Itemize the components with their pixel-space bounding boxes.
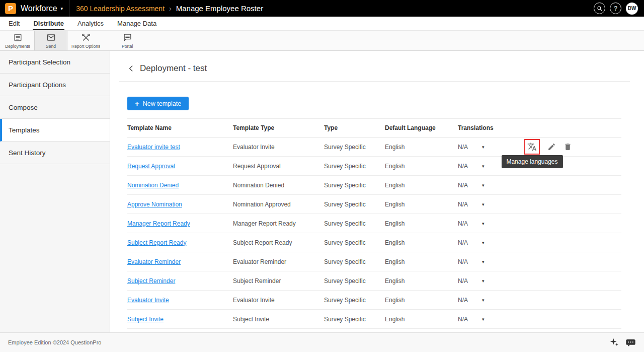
pencil-icon xyxy=(547,143,556,151)
search-button[interactable] xyxy=(594,3,605,14)
template-name-cell: Nomination Denied xyxy=(127,182,233,189)
table-row: Subject Report Ready Subject Report Read… xyxy=(127,233,621,252)
translations-dropdown-button[interactable]: ▾ xyxy=(481,144,486,151)
template-name-link[interactable]: Evaluator invite test xyxy=(127,144,180,151)
translations-cell: N/A ▾ xyxy=(458,316,514,323)
toolbar-portal-label: Portal xyxy=(122,44,133,49)
sidebar-item-templates[interactable]: Templates xyxy=(0,119,110,142)
translations-dropdown-button[interactable]: ▾ xyxy=(481,277,486,285)
send-icon xyxy=(46,33,56,42)
template-type-cell: Evaluator Invite xyxy=(233,297,324,304)
type-cell: Survey Specific xyxy=(324,316,385,323)
template-name-cell: Evaluator Invite xyxy=(127,297,233,304)
translations-dropdown-button[interactable]: ▾ xyxy=(481,297,486,304)
table-row: Subject Reminder Subject Reminder Survey… xyxy=(127,271,621,291)
toolbar-report-options-label: Report Options xyxy=(71,44,100,49)
template-name-cell: Manager Report Ready xyxy=(127,220,233,227)
translations-dropdown-button[interactable]: ▾ xyxy=(481,220,486,227)
type-cell: Survey Specific xyxy=(324,277,385,285)
page-title: Deployment - test xyxy=(140,63,207,74)
header-translations: Translations xyxy=(458,124,514,131)
translations-value: N/A xyxy=(458,297,468,304)
toolbar-report-options-button[interactable]: Report Options xyxy=(67,31,104,50)
toolbar-portal-button[interactable]: Portal xyxy=(111,31,144,50)
feedback-chat-icon[interactable] xyxy=(625,338,636,347)
workspace-name[interactable]: Workforce xyxy=(21,4,57,13)
table-row: Evaluator invite test Evaluator Invite S… xyxy=(127,137,621,157)
breadcrumb-project[interactable]: 360 Leadership Assessment xyxy=(76,5,165,13)
topbar-actions: ? DW xyxy=(594,3,638,15)
language-cell: English xyxy=(385,220,458,227)
template-name-link[interactable]: Manager Report Ready xyxy=(127,220,190,227)
menu-item-distribute[interactable]: Distribute xyxy=(33,17,64,30)
menu-item-manage-data[interactable]: Manage Data xyxy=(117,17,157,30)
translations-dropdown-button[interactable]: ▾ xyxy=(481,182,486,189)
type-cell: Survey Specific xyxy=(324,144,385,151)
trash-icon xyxy=(564,143,572,151)
ai-sparkle-icon[interactable] xyxy=(610,338,619,347)
help-button[interactable]: ? xyxy=(610,3,621,14)
translations-value: N/A xyxy=(458,277,468,285)
menu-item-analytics[interactable]: Analytics xyxy=(77,17,104,30)
template-name-link[interactable]: Request Approval xyxy=(127,163,175,170)
header-type: Type xyxy=(324,124,385,131)
translations-dropdown-button[interactable]: ▾ xyxy=(481,316,486,323)
template-name-link[interactable]: Nomination Denied xyxy=(127,182,179,189)
header-template-name: Template Name xyxy=(127,124,233,131)
menu-item-edit[interactable]: Edit xyxy=(8,17,20,30)
template-name-link[interactable]: Approve Nomination xyxy=(127,201,182,208)
translations-value: N/A xyxy=(458,239,468,246)
topbar: P Workforce ▾ 360 Leadership Assessment … xyxy=(0,0,644,17)
type-cell: Survey Specific xyxy=(324,239,385,246)
help-icon: ? xyxy=(614,5,617,12)
template-type-cell: Subject Invite xyxy=(233,316,324,323)
table-row: Subject Invite Subject Invite Survey Spe… xyxy=(127,310,621,329)
main-panel: Deployment - test + New template Templat… xyxy=(110,51,644,332)
sidebar-item-compose[interactable]: Compose xyxy=(0,96,110,119)
language-cell: English xyxy=(385,316,458,323)
translations-value: N/A xyxy=(458,182,468,189)
footer-actions xyxy=(610,338,636,347)
questionpro-logo[interactable]: P xyxy=(5,3,16,14)
toolbar-send-button[interactable]: Send xyxy=(34,31,67,50)
template-name-link[interactable]: Evaluator Reminder xyxy=(127,258,181,265)
sidebar-item-sent-history[interactable]: Sent History xyxy=(0,142,110,164)
workspace-caret-icon[interactable]: ▾ xyxy=(61,6,63,11)
translations-dropdown-button[interactable]: ▾ xyxy=(481,258,486,265)
row-actions: Manage languages xyxy=(514,139,621,155)
template-name-cell: Approve Nomination xyxy=(127,201,233,208)
template-name-link[interactable]: Subject Invite xyxy=(127,316,164,323)
back-button[interactable] xyxy=(127,64,135,73)
language-cell: English xyxy=(385,239,458,246)
user-avatar[interactable]: DW xyxy=(626,3,638,15)
delete-template-button[interactable] xyxy=(564,143,572,151)
translations-cell: N/A ▾ xyxy=(458,201,514,208)
manage-languages-button[interactable]: Manage languages xyxy=(524,139,540,155)
report-options-icon xyxy=(81,33,91,42)
translations-cell: N/A ▾ xyxy=(458,182,514,189)
language-cell: English xyxy=(385,144,458,151)
deployments-icon xyxy=(13,33,23,42)
footer-copyright: Employee Edition ©2024 QuestionPro xyxy=(8,339,101,345)
translations-dropdown-button[interactable]: ▾ xyxy=(481,239,486,246)
translations-value: N/A xyxy=(458,144,468,151)
table-header-row: Template Name Template Type Type Default… xyxy=(127,118,621,137)
edit-template-button[interactable] xyxy=(547,143,556,151)
sidebar-item-participant-options[interactable]: Participant Options xyxy=(0,74,110,96)
type-cell: Survey Specific xyxy=(324,258,385,265)
template-name-link[interactable]: Evaluator Invite xyxy=(127,297,169,304)
template-name-link[interactable]: Subject Report Ready xyxy=(127,239,186,246)
template-type-cell: Manager Report Ready xyxy=(233,220,324,227)
translations-dropdown-button[interactable]: ▾ xyxy=(481,163,486,170)
sidebar-item-participant-selection[interactable]: Participant Selection xyxy=(0,51,110,74)
translations-dropdown-button[interactable]: ▾ xyxy=(481,201,486,208)
search-icon xyxy=(597,6,603,12)
translations-value: N/A xyxy=(458,258,468,265)
template-name-link[interactable]: Subject Reminder xyxy=(127,277,175,285)
plus-icon: + xyxy=(135,100,139,107)
new-template-button[interactable]: + New template xyxy=(127,97,189,110)
template-name-cell: Subject Reminder xyxy=(127,277,233,285)
breadcrumb-separator-icon: › xyxy=(169,5,172,13)
toolbar-deployments-button[interactable]: Deployments xyxy=(1,31,34,50)
menubar: Edit Distribute Analytics Manage Data xyxy=(0,17,644,31)
